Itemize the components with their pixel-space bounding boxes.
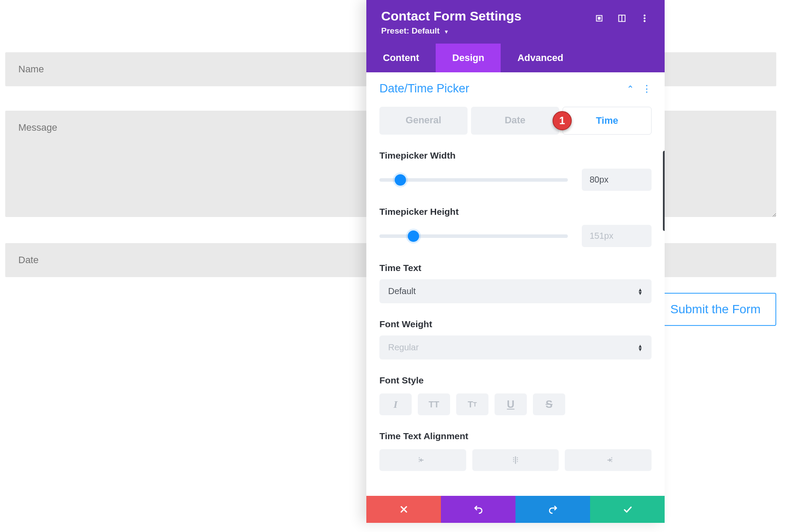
width-slider[interactable] bbox=[379, 178, 568, 182]
panel-tabs: Content Design Advanced bbox=[366, 44, 665, 72]
width-value-input[interactable] bbox=[582, 169, 652, 191]
align-right-icon[interactable] bbox=[565, 449, 652, 471]
more-options-icon[interactable] bbox=[639, 13, 650, 24]
strikethrough-icon[interactable]: S bbox=[533, 393, 565, 415]
subtab-time[interactable]: 1 Time bbox=[563, 107, 652, 135]
undo-button[interactable] bbox=[441, 496, 515, 523]
uppercase-icon[interactable]: TT bbox=[418, 393, 450, 415]
settings-panel: Contact Form Settings Preset: Default ▼ … bbox=[366, 0, 665, 523]
tab-advanced[interactable]: Advanced bbox=[501, 44, 580, 72]
redo-button[interactable] bbox=[515, 496, 590, 523]
align-center-icon[interactable] bbox=[472, 449, 559, 471]
time-text-value: Default bbox=[388, 286, 416, 296]
alignment-label: Time Text Alignment bbox=[379, 431, 652, 441]
subtab-date[interactable]: Date bbox=[471, 107, 559, 135]
chevron-down-icon: ▼ bbox=[444, 29, 449, 35]
height-label: Timepicker Height bbox=[379, 207, 652, 217]
sub-tabs: General Date 1 Time bbox=[379, 107, 652, 135]
svg-point-5 bbox=[644, 17, 645, 19]
svg-point-6 bbox=[644, 20, 645, 22]
svg-rect-1 bbox=[598, 17, 601, 20]
select-caret-icon: ▲▼ bbox=[638, 344, 643, 351]
slider-thumb[interactable] bbox=[408, 230, 419, 242]
submit-button[interactable]: Submit the Form bbox=[655, 293, 776, 326]
italic-icon[interactable]: I bbox=[379, 393, 412, 415]
preset-selector[interactable]: Preset: Default ▼ bbox=[381, 26, 522, 36]
panel-header: Contact Form Settings Preset: Default ▼ bbox=[366, 0, 665, 44]
section-title[interactable]: Date/Time Picker bbox=[379, 82, 469, 95]
height-value-input[interactable] bbox=[582, 225, 652, 247]
panel-title: Contact Form Settings bbox=[381, 9, 522, 24]
font-style-label: Font Style bbox=[379, 375, 652, 386]
scrollbar[interactable] bbox=[663, 151, 665, 231]
slider-thumb[interactable] bbox=[395, 174, 406, 186]
subtab-general[interactable]: General bbox=[379, 107, 468, 135]
panel-body: Date/Time Picker ⌃ ⋮ General Date 1 Time… bbox=[366, 72, 665, 496]
expand-icon[interactable] bbox=[594, 13, 604, 24]
collapse-section-icon[interactable]: ⌃ bbox=[627, 84, 634, 94]
select-caret-icon: ▲▼ bbox=[638, 288, 643, 295]
section-more-icon[interactable]: ⋮ bbox=[642, 83, 652, 95]
align-left-icon[interactable] bbox=[379, 449, 466, 471]
time-text-select[interactable]: Default ▲▼ bbox=[379, 279, 652, 303]
tab-content[interactable]: Content bbox=[366, 44, 436, 72]
svg-point-4 bbox=[644, 15, 645, 17]
responsive-view-icon[interactable] bbox=[617, 13, 627, 24]
subtab-time-label: Time bbox=[596, 115, 618, 126]
height-slider[interactable] bbox=[379, 234, 568, 238]
panel-footer bbox=[366, 496, 665, 523]
save-button[interactable] bbox=[590, 496, 665, 523]
callout-badge: 1 bbox=[553, 111, 572, 130]
preset-label: Preset: Default bbox=[381, 26, 440, 35]
cancel-button[interactable] bbox=[366, 496, 441, 523]
time-text-label: Time Text bbox=[379, 263, 652, 273]
font-weight-select[interactable]: Regular ▲▼ bbox=[379, 335, 652, 359]
tab-design[interactable]: Design bbox=[436, 44, 501, 72]
font-weight-value: Regular bbox=[388, 342, 419, 352]
font-weight-label: Font Weight bbox=[379, 319, 652, 329]
smallcaps-icon[interactable]: TT bbox=[456, 393, 488, 415]
width-label: Timepicker Width bbox=[379, 150, 652, 161]
underline-icon[interactable]: U bbox=[495, 393, 527, 415]
